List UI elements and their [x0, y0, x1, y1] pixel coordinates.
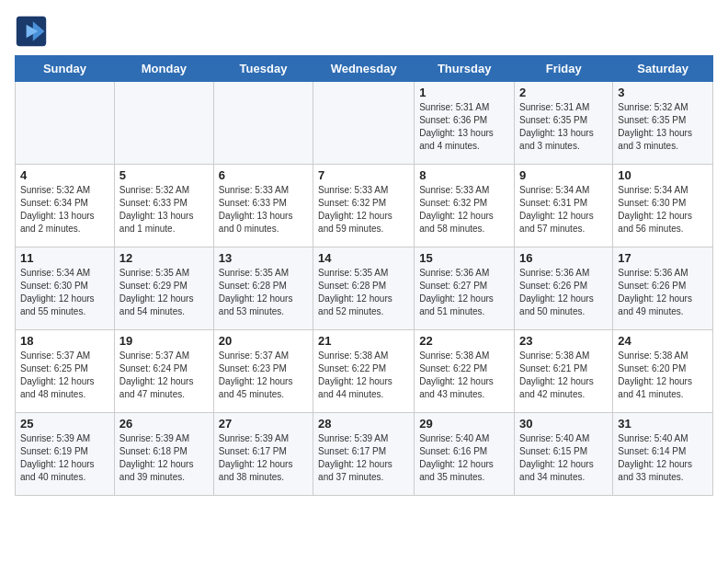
- day-info: Sunrise: 5:37 AM Sunset: 6:25 PM Dayligh…: [20, 350, 109, 401]
- calendar-cell: 9Sunrise: 5:34 AM Sunset: 6:31 PM Daylig…: [515, 165, 613, 247]
- day-info: Sunrise: 5:31 AM Sunset: 6:35 PM Dayligh…: [519, 101, 608, 153]
- week-row-3: 11Sunrise: 5:34 AM Sunset: 6:30 PM Dayli…: [16, 247, 713, 330]
- calendar-cell: 2Sunrise: 5:31 AM Sunset: 6:35 PM Daylig…: [515, 82, 613, 165]
- day-info: Sunrise: 5:38 AM Sunset: 6:22 PM Dayligh…: [419, 350, 509, 401]
- day-info: Sunrise: 5:39 AM Sunset: 6:17 PM Dayligh…: [219, 432, 308, 484]
- calendar-cell: 20Sunrise: 5:37 AM Sunset: 6:23 PM Dayli…: [213, 330, 313, 413]
- calendar-cell: 30Sunrise: 5:40 AM Sunset: 6:15 PM Dayli…: [515, 413, 613, 496]
- day-number: 4: [20, 168, 109, 182]
- calendar-cell: 5Sunrise: 5:32 AM Sunset: 6:33 PM Daylig…: [114, 165, 213, 247]
- day-info: Sunrise: 5:32 AM Sunset: 6:34 PM Dayligh…: [20, 184, 109, 236]
- calendar-cell: 21Sunrise: 5:38 AM Sunset: 6:22 PM Dayli…: [313, 330, 415, 413]
- day-number: 3: [618, 86, 708, 99]
- day-info: Sunrise: 5:35 AM Sunset: 6:29 PM Dayligh…: [119, 267, 209, 318]
- week-row-5: 25Sunrise: 5:39 AM Sunset: 6:19 PM Dayli…: [16, 413, 713, 496]
- calendar-cell: 24Sunrise: 5:38 AM Sunset: 6:20 PM Dayli…: [613, 330, 713, 413]
- header-day-monday: Monday: [114, 56, 213, 82]
- day-number: 20: [219, 334, 308, 348]
- calendar-cell: 19Sunrise: 5:37 AM Sunset: 6:24 PM Dayli…: [114, 330, 213, 413]
- calendar-cell: [313, 82, 415, 165]
- calendar-header: SundayMondayTuesdayWednesdayThursdayFrid…: [16, 56, 713, 82]
- calendar-cell: 10Sunrise: 5:34 AM Sunset: 6:30 PM Dayli…: [613, 165, 713, 247]
- day-number: 21: [318, 334, 409, 348]
- day-info: Sunrise: 5:39 AM Sunset: 6:19 PM Dayligh…: [20, 432, 109, 484]
- calendar-cell: 3Sunrise: 5:32 AM Sunset: 6:35 PM Daylig…: [613, 82, 713, 165]
- calendar-cell: 31Sunrise: 5:40 AM Sunset: 6:14 PM Dayli…: [613, 413, 713, 496]
- calendar-cell: 4Sunrise: 5:32 AM Sunset: 6:34 PM Daylig…: [16, 165, 115, 247]
- day-number: 23: [519, 334, 608, 348]
- calendar-cell: 7Sunrise: 5:33 AM Sunset: 6:32 PM Daylig…: [313, 165, 415, 247]
- day-number: 27: [219, 417, 308, 431]
- day-info: Sunrise: 5:34 AM Sunset: 6:30 PM Dayligh…: [618, 184, 708, 236]
- day-info: Sunrise: 5:37 AM Sunset: 6:23 PM Dayligh…: [219, 350, 308, 401]
- day-info: Sunrise: 5:34 AM Sunset: 6:30 PM Dayligh…: [20, 267, 109, 318]
- calendar-cell: 1Sunrise: 5:31 AM Sunset: 6:36 PM Daylig…: [415, 82, 515, 165]
- calendar-cell: 23Sunrise: 5:38 AM Sunset: 6:21 PM Dayli…: [515, 330, 613, 413]
- header-day-wednesday: Wednesday: [313, 56, 415, 82]
- day-number: 17: [618, 251, 708, 265]
- day-info: Sunrise: 5:35 AM Sunset: 6:28 PM Dayligh…: [219, 267, 308, 318]
- day-info: Sunrise: 5:32 AM Sunset: 6:33 PM Dayligh…: [119, 184, 209, 236]
- calendar-table: SundayMondayTuesdayWednesdayThursdayFrid…: [15, 55, 713, 496]
- day-number: 16: [519, 251, 608, 265]
- day-info: Sunrise: 5:37 AM Sunset: 6:24 PM Dayligh…: [119, 350, 209, 401]
- day-number: 11: [20, 251, 109, 265]
- day-number: 30: [519, 417, 608, 431]
- calendar-cell: [16, 82, 115, 165]
- header-day-tuesday: Tuesday: [213, 56, 313, 82]
- day-info: Sunrise: 5:39 AM Sunset: 6:18 PM Dayligh…: [119, 432, 209, 484]
- header-row: SundayMondayTuesdayWednesdayThursdayFrid…: [16, 56, 713, 82]
- calendar-cell: 11Sunrise: 5:34 AM Sunset: 6:30 PM Dayli…: [16, 247, 115, 330]
- day-info: Sunrise: 5:31 AM Sunset: 6:36 PM Dayligh…: [419, 101, 509, 153]
- day-number: 8: [419, 168, 509, 182]
- day-number: 19: [119, 334, 209, 348]
- day-number: 7: [318, 168, 409, 182]
- day-number: 14: [318, 251, 409, 265]
- day-info: Sunrise: 5:39 AM Sunset: 6:17 PM Dayligh…: [318, 432, 409, 484]
- calendar-cell: [213, 82, 313, 165]
- day-number: 24: [618, 334, 708, 348]
- week-row-4: 18Sunrise: 5:37 AM Sunset: 6:25 PM Dayli…: [16, 330, 713, 413]
- day-info: Sunrise: 5:40 AM Sunset: 6:16 PM Dayligh…: [419, 432, 509, 484]
- calendar-cell: 22Sunrise: 5:38 AM Sunset: 6:22 PM Dayli…: [415, 330, 515, 413]
- day-info: Sunrise: 5:38 AM Sunset: 6:20 PM Dayligh…: [618, 350, 708, 401]
- day-number: 10: [618, 168, 708, 182]
- calendar-cell: 17Sunrise: 5:36 AM Sunset: 6:26 PM Dayli…: [613, 247, 713, 330]
- calendar-cell: 26Sunrise: 5:39 AM Sunset: 6:18 PM Dayli…: [114, 413, 213, 496]
- day-number: 25: [20, 417, 109, 431]
- calendar-cell: 13Sunrise: 5:35 AM Sunset: 6:28 PM Dayli…: [213, 247, 313, 330]
- day-number: 31: [618, 417, 708, 431]
- calendar-cell: 8Sunrise: 5:33 AM Sunset: 6:32 PM Daylig…: [415, 165, 515, 247]
- day-number: 1: [419, 86, 509, 99]
- day-number: 29: [419, 417, 509, 431]
- calendar-body: 1Sunrise: 5:31 AM Sunset: 6:36 PM Daylig…: [16, 82, 713, 496]
- day-info: Sunrise: 5:33 AM Sunset: 6:32 PM Dayligh…: [318, 184, 409, 236]
- logo-icon: [15, 15, 48, 48]
- day-number: 13: [219, 251, 308, 265]
- day-info: Sunrise: 5:36 AM Sunset: 6:27 PM Dayligh…: [419, 267, 509, 318]
- day-number: 22: [419, 334, 509, 348]
- calendar-cell: 14Sunrise: 5:35 AM Sunset: 6:28 PM Dayli…: [313, 247, 415, 330]
- week-row-1: 1Sunrise: 5:31 AM Sunset: 6:36 PM Daylig…: [16, 82, 713, 165]
- calendar-cell: 28Sunrise: 5:39 AM Sunset: 6:17 PM Dayli…: [313, 413, 415, 496]
- calendar-cell: 15Sunrise: 5:36 AM Sunset: 6:27 PM Dayli…: [415, 247, 515, 330]
- calendar-cell: 27Sunrise: 5:39 AM Sunset: 6:17 PM Dayli…: [213, 413, 313, 496]
- day-number: 26: [119, 417, 209, 431]
- day-number: 12: [119, 251, 209, 265]
- header-day-friday: Friday: [515, 56, 613, 82]
- day-info: Sunrise: 5:33 AM Sunset: 6:33 PM Dayligh…: [219, 184, 308, 236]
- page-header: [15, 15, 713, 48]
- calendar-cell: 25Sunrise: 5:39 AM Sunset: 6:19 PM Dayli…: [16, 413, 115, 496]
- header-day-sunday: Sunday: [16, 56, 115, 82]
- calendar-cell: 6Sunrise: 5:33 AM Sunset: 6:33 PM Daylig…: [213, 165, 313, 247]
- day-info: Sunrise: 5:38 AM Sunset: 6:21 PM Dayligh…: [519, 350, 608, 401]
- day-info: Sunrise: 5:33 AM Sunset: 6:32 PM Dayligh…: [419, 184, 509, 236]
- header-day-saturday: Saturday: [613, 56, 713, 82]
- header-day-thursday: Thursday: [415, 56, 515, 82]
- day-info: Sunrise: 5:40 AM Sunset: 6:15 PM Dayligh…: [519, 432, 608, 484]
- day-info: Sunrise: 5:38 AM Sunset: 6:22 PM Dayligh…: [318, 350, 409, 401]
- day-number: 2: [519, 86, 608, 99]
- calendar-cell: 12Sunrise: 5:35 AM Sunset: 6:29 PM Dayli…: [114, 247, 213, 330]
- calendar-cell: 16Sunrise: 5:36 AM Sunset: 6:26 PM Dayli…: [515, 247, 613, 330]
- day-number: 6: [219, 168, 308, 182]
